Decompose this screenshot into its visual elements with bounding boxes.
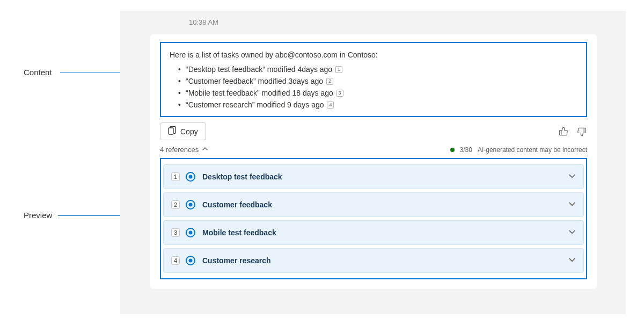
svg-point-8 — [189, 231, 193, 235]
reference-number-badge: 4 — [171, 256, 180, 265]
svg-rect-2 — [584, 128, 586, 133]
chevron-down-icon — [568, 172, 576, 182]
reference-source-icon — [185, 171, 196, 182]
page-background: 10:38 AM Here is a list of tasks owned b… — [120, 11, 626, 314]
citation-badge[interactable]: 4 — [327, 102, 334, 109]
svg-point-4 — [189, 175, 193, 179]
copy-button-label: Copy — [180, 127, 198, 136]
chevron-down-icon — [568, 200, 576, 210]
reference-title: Customer research — [202, 256, 568, 265]
message-timestamp: 10:38 AM — [189, 18, 218, 26]
reference-source-icon — [185, 255, 196, 266]
references-header-row: 4 references 3/30 AI-generated content m… — [160, 146, 587, 154]
citation-badge[interactable]: 1 — [335, 66, 342, 73]
message-card: Here is a list of tasks owned by abc@con… — [150, 34, 597, 289]
status-dot-icon — [450, 148, 455, 152]
preview-section: 1 Desktop test feedback 2 — [160, 158, 587, 279]
reference-counter: 3/30 — [460, 146, 472, 154]
copy-button[interactable]: Copy — [160, 122, 206, 140]
copy-icon — [168, 126, 176, 136]
content-item-text: “Desktop test feedback” modified 4days a… — [186, 65, 332, 74]
reference-title: Mobile test feedback — [202, 228, 568, 237]
chevron-up-icon — [202, 146, 208, 154]
chevron-down-icon — [568, 256, 576, 265]
svg-rect-0 — [169, 128, 173, 134]
content-item-text: “Mobile test feedback” modified 18 days … — [186, 89, 333, 97]
content-section: Here is a list of tasks owned by abc@con… — [160, 42, 587, 117]
content-list-item: “Mobile test feedback” modified 18 days … — [186, 87, 577, 99]
toolbar-row: Copy — [160, 122, 587, 140]
thumbs-down-button[interactable] — [576, 126, 587, 137]
reference-item[interactable]: 2 Customer feedback — [163, 192, 584, 217]
svg-rect-1 — [560, 130, 561, 135]
reference-title: Desktop test feedback — [202, 172, 568, 181]
citation-badge[interactable]: 3 — [336, 90, 343, 97]
reference-title: Customer feedback — [202, 200, 568, 209]
content-list-item: “Desktop test feedback” modified 4days a… — [186, 63, 577, 75]
content-list-item: “Customer feedback” modified 3days ago 2 — [186, 75, 577, 87]
references-toggle[interactable]: 4 references — [160, 146, 208, 154]
ai-disclaimer-text: AI-generated content may be incorrect — [478, 146, 587, 154]
reference-item[interactable]: 4 Customer research — [163, 248, 584, 273]
content-list-item: “Customer research” modified 9 days ago … — [186, 99, 577, 111]
reference-number-badge: 3 — [171, 228, 180, 237]
content-item-text: “Customer research” modified 9 days ago — [186, 100, 324, 109]
reference-number-badge: 1 — [171, 172, 180, 181]
reference-item[interactable]: 1 Desktop test feedback — [163, 164, 584, 189]
reference-item[interactable]: 3 Mobile test feedback — [163, 220, 584, 245]
content-intro-text: Here is a list of tasks owned by abc@con… — [170, 50, 577, 59]
citation-badge[interactable]: 2 — [326, 78, 333, 85]
content-item-text: “Customer feedback” modified 3days ago — [186, 77, 323, 85]
reference-source-icon — [185, 199, 196, 210]
reference-source-icon — [185, 227, 196, 238]
reference-number-badge: 2 — [171, 200, 180, 209]
status-right-group: 3/30 AI-generated content may be incorre… — [450, 146, 587, 154]
thumbs-up-button[interactable] — [558, 126, 569, 137]
references-toggle-label: 4 references — [160, 146, 199, 154]
feedback-group — [558, 126, 587, 137]
content-list: “Desktop test feedback” modified 4days a… — [170, 63, 577, 111]
annotation-content-label: Content — [24, 68, 52, 77]
svg-point-10 — [189, 259, 193, 263]
chevron-down-icon — [568, 228, 576, 237]
annotation-preview-label: Preview — [24, 211, 52, 220]
svg-point-6 — [189, 203, 193, 207]
